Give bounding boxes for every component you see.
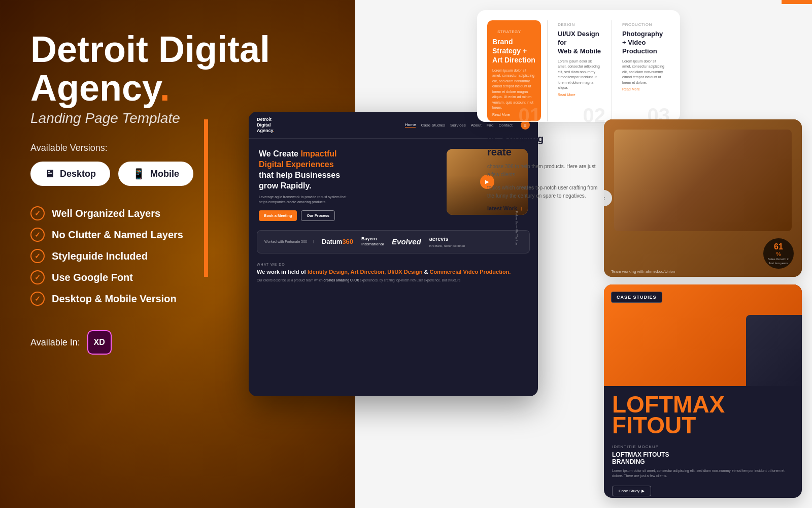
service-desc-2: Lorem ipsum dolor sit amet, consectur ad…	[558, 59, 601, 91]
follow-us-label: Follow Us — Fb / Tw / Ln	[516, 211, 519, 245]
title-dot: .	[160, 68, 170, 108]
showing-text-1: choose 306 to help them products. Here a…	[487, 163, 599, 179]
service-tag-1: STRATEGY	[492, 25, 536, 34]
latest-work-label: latest Work	[487, 205, 599, 211]
service-tag-2: DESIGN	[558, 22, 601, 27]
preview-what-we-do: WHAT WE DO We work in field of Identity …	[249, 259, 538, 287]
preview-hero-text: We Create ImpactfulDigital Experiences t…	[259, 149, 439, 220]
check-icon: ✓	[30, 206, 45, 220]
service-title-2: UI/UX Design forWeb & Mobile	[558, 30, 601, 56]
case-client-name: LOFTMAX FITOUTSBRANDING	[612, 451, 794, 465]
case-content: LOFTMAXFITOUT IDENTITIE MOCKUP LOFTMAX F…	[604, 386, 802, 498]
service-tag-3: PRODUCTION	[622, 22, 666, 27]
nav-link-home[interactable]: Home	[405, 122, 416, 128]
preview-logo: DetroitDigitalAgency.	[257, 117, 274, 133]
xd-badge: XD	[87, 330, 112, 355]
check-icon: ✓	[30, 292, 45, 306]
showing-title: es Showingreate	[487, 132, 599, 158]
partner-acrevis: acrevisIhre Bank, näher bei Ihnen	[429, 236, 465, 248]
partner-datum: Datum360	[322, 238, 353, 245]
partner-bayern: BayernInternational	[361, 237, 384, 247]
stat-number: 61	[774, 242, 783, 251]
case-description: Lorem ipsum dolor sit amet, consectur ad…	[612, 468, 794, 479]
case-studies-tag: CASE STUDIES	[611, 292, 662, 303]
read-more-2[interactable]: Read More	[558, 93, 601, 97]
check-icon: ✓	[30, 249, 45, 263]
case-main-title: LOFTMAXFITOUT	[612, 394, 794, 436]
showing-section: es Showingreate choose 306 to help them …	[487, 132, 599, 211]
service-num-2: 02	[583, 105, 606, 125]
orange-side-accent	[204, 119, 208, 277]
service-card-design: DESIGN UI/UX Design forWeb & Mobile Lore…	[554, 20, 605, 121]
stat-suffix: %	[776, 251, 781, 258]
preview-hero-title: We Create ImpactfulDigital Experiences t…	[259, 149, 439, 191]
nav-link-cases[interactable]: Case Studies	[421, 123, 445, 128]
service-title-3: Photography + Video Production	[622, 30, 666, 56]
service-title-1: Brand Strategy +Art Direction	[492, 37, 536, 65]
check-icon: ✓	[30, 270, 45, 284]
preview-hero-desc: Leverage agile framework to provide robu…	[259, 195, 350, 205]
what-we-do-title: We work in field of Identity Design, Art…	[257, 268, 530, 276]
services-panel: STRATEGY Brand Strategy +Art Direction L…	[477, 10, 680, 122]
service-desc-3: Lorem ipsum dolor sit amet, consectur ad…	[622, 59, 666, 86]
photo-stat: 61 % Sales Growth inlast two years	[763, 238, 794, 269]
mobile-icon: 📱	[132, 168, 145, 180]
nav-link-about[interactable]: About	[471, 123, 482, 128]
orange-accent-bar-top	[782, 0, 812, 4]
case-studies-panel: CASE STUDIES LOFTMAXFITOUT IDENTITIE MOC…	[604, 284, 802, 498]
stat-label: Sales Growth inlast two years	[768, 258, 789, 266]
read-more-3[interactable]: Read More	[622, 87, 666, 91]
right-photo-card: 61 % Sales Growth inlast two years ‹ Tea…	[604, 119, 802, 277]
case-client-tag: IDENTITIE MOCKUP	[612, 444, 794, 449]
case-bg-image	[746, 315, 802, 386]
check-icon: ✓	[30, 228, 45, 242]
services-cards: STRATEGY Brand Strategy +Art Direction L…	[487, 20, 670, 121]
partner-evolved: Evolved	[392, 237, 421, 246]
what-we-do-desc: Our clients describe us a product team w…	[257, 278, 530, 283]
preview-cta-buttons: Book a Meeting Our Process	[259, 210, 439, 221]
service-card-strategy: STRATEGY Brand Strategy +Art Direction L…	[487, 20, 541, 121]
service-card-production: PRODUCTION Photography + Video Productio…	[618, 20, 670, 121]
service-num-1: 01	[519, 105, 542, 125]
desktop-icon: 🖥	[45, 168, 55, 180]
our-process-button[interactable]: Our Process	[301, 210, 335, 221]
service-divider	[547, 20, 548, 121]
desktop-button[interactable]: 🖥 Desktop	[30, 162, 110, 186]
book-meeting-button[interactable]: Book a Meeting	[259, 210, 297, 221]
what-we-do-label: WHAT WE DO	[257, 263, 530, 266]
nav-link-services[interactable]: Services	[450, 123, 466, 128]
arrow-right-icon: ▶	[641, 489, 645, 493]
preview-partners: Worked with Fortunate 500 Datum360 Bayer…	[257, 230, 530, 253]
main-title: Detroit Digital Agency.	[30, 30, 325, 107]
showing-text-2: topics which creates top-notch user craf…	[487, 184, 599, 200]
service-divider-2	[612, 20, 612, 121]
case-study-button[interactable]: Case Study ▶	[612, 486, 651, 496]
mobile-button[interactable]: 📱 Mobile	[118, 162, 193, 186]
partners-label: Worked with Fortunate 500	[264, 240, 314, 243]
photo-caption: Team working with ahmed.co/Union	[611, 269, 675, 274]
case-study-bg: CASE STUDIES	[604, 284, 802, 386]
